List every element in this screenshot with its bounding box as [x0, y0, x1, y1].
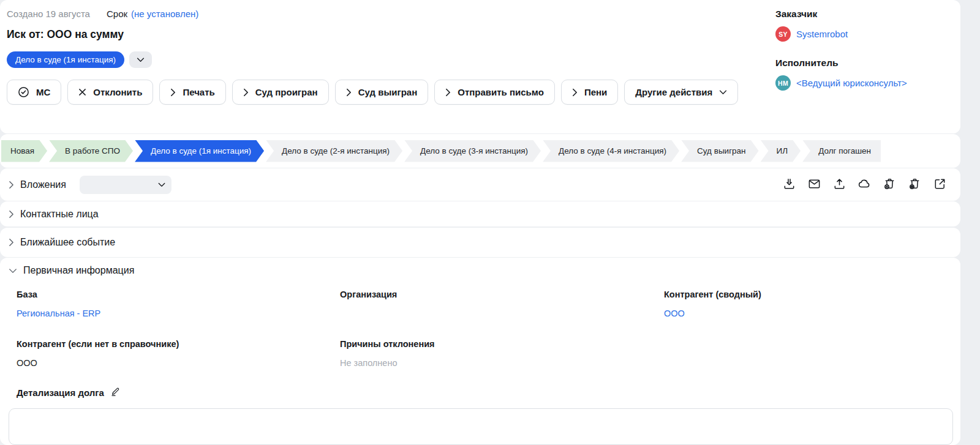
primary-info-fields: База Региональная - ERP Организация Конт… [9, 290, 953, 368]
contacts-title: Контактные лица [20, 209, 99, 220]
field-organization: Организация [340, 290, 664, 318]
debt-details-row: Детализация долга [9, 386, 953, 398]
field-base-value-link[interactable]: Региональная - ERP [17, 309, 100, 318]
field-counterparty-custom: Контрагент (если нет в справочнике) ООО [17, 339, 340, 368]
stage-court-3[interactable]: Дело в суде (3-я инстанция) [404, 140, 541, 162]
field-counterparty-summary-label: Контрагент (сводный) [664, 290, 953, 299]
section-attachments-header[interactable]: Вложения [0, 168, 960, 201]
field-counterparty-custom-label: Контрагент (если нет в справочнике) [17, 339, 340, 349]
external-link-icon [933, 177, 947, 193]
field-base-label: База [17, 290, 340, 299]
debt-details-label: Детализация долга [17, 387, 104, 398]
ms-button[interactable]: МС [7, 80, 61, 105]
chevron-right-icon [9, 238, 14, 247]
section-primary-info: Первичная информация База Региональная -… [0, 258, 960, 445]
chevron-right-icon [9, 210, 14, 219]
stage-v-rabote-spo[interactable]: В работе СПО [49, 140, 133, 162]
deadline-value-link[interactable]: (не установлен) [131, 9, 198, 19]
section-next-event-header[interactable]: Ближайшее событие [0, 228, 960, 257]
x-icon [78, 88, 86, 96]
status-row: Дело в суде (1я инстация) [7, 51, 775, 68]
trash-view-button[interactable] [907, 178, 922, 192]
court-lost-button[interactable]: Суд проигран [232, 80, 329, 105]
reject-button[interactable]: Отклонить [67, 80, 153, 105]
chevron-down-icon [137, 58, 145, 62]
mail-icon [807, 177, 821, 193]
upload-button[interactable] [832, 178, 846, 192]
print-button[interactable]: Печать [159, 80, 225, 105]
cloud-button[interactable] [857, 178, 872, 192]
executor-avatar: НМ [775, 75, 791, 91]
upload-icon [832, 177, 846, 193]
chevron-down-icon [158, 182, 165, 187]
customer-link[interactable]: Systemrobot [796, 29, 848, 39]
action-buttons-row: МС Отклонить Печать [7, 80, 775, 105]
section-primary-info-header[interactable]: Первичная информация [9, 265, 953, 276]
customer-label: Заказчик [775, 9, 960, 20]
debt-details-edit-button[interactable] [110, 386, 122, 398]
next-event-title: Ближайшее событие [20, 237, 115, 248]
chevron-right-icon [9, 181, 14, 189]
pipeline-card: Новая В работе СПО Дело в суде (1я инста… [0, 134, 960, 168]
chevron-right-icon [170, 88, 176, 97]
stage-debt-paid[interactable]: Долг погашен [802, 140, 881, 162]
customer-row: SY Systemrobot [775, 26, 960, 42]
field-base: База Региональная - ERP [17, 290, 340, 318]
cloud-icon [857, 176, 872, 193]
deadline-label: Срок [107, 9, 127, 19]
attachments-title: Вложения [20, 179, 66, 190]
created-date: Создано 19 августа [7, 9, 90, 19]
chevron-down-icon [9, 268, 17, 274]
download-icon [782, 177, 796, 193]
penalties-button[interactable]: Пени [561, 80, 618, 105]
executor-label: Исполнитель [775, 58, 960, 69]
case-page: Создано 19 августа Срок (не установлен) … [0, 0, 980, 445]
case-header-side: Заказчик SY Systemrobot Исполнитель НМ <… [775, 0, 960, 133]
trash-view-icon [908, 177, 922, 193]
field-rejection-reasons-placeholder: Не заполнено [340, 358, 664, 368]
court-won-button[interactable]: Суд выигран [335, 80, 429, 105]
trash-delete-button[interactable] [882, 178, 897, 192]
stage-novaya[interactable]: Новая [1, 140, 47, 162]
check-circle-icon [18, 86, 29, 98]
send-letter-button[interactable]: Отправить письмо [434, 80, 555, 105]
executor-row: НМ <Ведущий юрисконсульт> [775, 75, 960, 91]
case-header-main: Создано 19 августа Срок (не установлен) … [0, 0, 775, 133]
edit-pencil-icon [110, 386, 121, 398]
field-counterparty-custom-value: ООО [17, 358, 340, 368]
open-external-button[interactable] [932, 178, 947, 192]
customer-avatar: SY [775, 26, 791, 42]
mail-button[interactable] [807, 178, 821, 192]
stage-court-4[interactable]: Дело в суде (4-я инстанция) [543, 140, 679, 162]
other-actions-button[interactable]: Другие действия [624, 80, 738, 105]
case-header-card: Создано 19 августа Срок (не установлен) … [0, 0, 960, 133]
chevron-right-icon [243, 88, 249, 97]
download-button[interactable] [782, 178, 796, 192]
stage-il[interactable]: ИЛ [761, 140, 801, 162]
executor-link[interactable]: <Ведущий юрисконсульт> [796, 78, 907, 88]
status-dropdown-button[interactable] [129, 51, 152, 68]
field-rejection-reasons: Причины отклонения Не заполнено [340, 339, 664, 368]
section-contacts-header[interactable]: Контактные лица [0, 201, 960, 226]
page-title: Иск от: ООО на сумму [7, 28, 775, 41]
attachments-filter-select[interactable] [80, 176, 172, 194]
stage-court-won[interactable]: Суд выигран [681, 140, 759, 162]
stage-court-1[interactable]: Дело в суде (1я инстация) [135, 140, 264, 162]
attachments-toolbar [782, 178, 960, 192]
field-counterparty-summary: Контрагент (сводный) ООО [664, 290, 953, 318]
field-counterparty-summary-value-link[interactable]: ООО [664, 309, 685, 318]
chevron-right-icon [346, 88, 352, 97]
trash-delete-icon [883, 177, 897, 193]
chevron-right-icon [445, 88, 451, 97]
field-rejection-reasons-label: Причины отклонения [340, 339, 664, 349]
status-badge: Дело в суде (1я инстация) [7, 51, 124, 68]
debt-details-panel [9, 408, 953, 445]
chevron-right-icon [572, 88, 578, 97]
chevron-down-icon [719, 90, 727, 95]
stage-court-2[interactable]: Дело в суде (2-я инстанция) [266, 140, 402, 162]
primary-info-title: Первичная информация [23, 265, 134, 276]
field-organization-label: Организация [340, 290, 664, 299]
meta-row: Создано 19 августа Срок (не установлен) [7, 0, 775, 19]
